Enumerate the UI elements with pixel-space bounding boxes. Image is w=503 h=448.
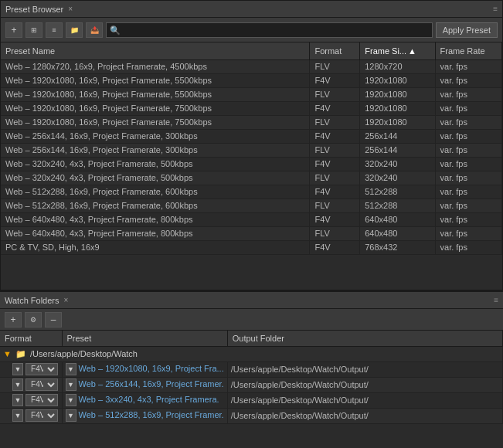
watch-folder-path: ▼ 📁 /Users/apple/Desktop/Watch — [0, 346, 503, 361]
preset-size-cell: 1920x1080 — [360, 87, 435, 101]
watch-preset-link[interactable]: Web – 256x144, 16x9, Project Framer. — [79, 379, 224, 389]
preset-size-cell: 1280x720 — [360, 59, 435, 73]
watch-format-cell: ▼ F4V — [0, 377, 62, 392]
preset-rate-cell: var. fps — [435, 199, 501, 212]
preset-name-cell: Web – 1280x720, 16x9, Project Framerate,… — [1, 59, 310, 73]
col-header-size[interactable]: Frame Si...▲ — [360, 42, 435, 59]
icon-btn-5[interactable]: 📤 — [86, 22, 103, 38]
preset-table: Preset Name Format Frame Si...▲ Frame Ra… — [1, 42, 502, 255]
panel-menu-icon[interactable]: ≡ — [493, 5, 498, 13]
preset-name-cell: PC & TV, SD, High, 16x9 — [1, 240, 310, 254]
col-header-watch-format[interactable]: Format — [0, 331, 62, 346]
format-select[interactable]: F4V — [25, 363, 58, 375]
watch-output-cell: /Users/apple/Desktop/Watch/Output/ — [227, 361, 502, 377]
preset-format-cell: FLV — [310, 226, 360, 240]
preset-table-row[interactable]: Web – 1920x1080, 16x9, Project Framerate… — [1, 115, 502, 129]
watch-table-container: Format Preset Output Folder ▼ 📁 /Users/a… — [0, 331, 503, 429]
preset-name-cell: Web – 320x240, 4x3, Project Framerate, 5… — [1, 171, 310, 185]
preset-table-row[interactable]: Web – 640x480, 4x3, Project Framerate, 8… — [1, 226, 502, 240]
preset-table-row[interactable]: PC & TV, SD, High, 16x9 F4V 768x432 var.… — [1, 240, 502, 254]
preset-table-row[interactable]: Web – 512x288, 16x9, Project Framerate, … — [1, 199, 502, 212]
watch-table-row[interactable]: ▼ 📁 /Users/apple/Desktop/Watch — [0, 346, 503, 361]
preset-rate-cell: var. fps — [435, 226, 501, 240]
format-select[interactable]: F4V — [25, 394, 58, 406]
icon-btn-4[interactable]: 📁 — [66, 22, 83, 38]
preset-dropdown-arrow[interactable]: ▼ — [66, 363, 76, 375]
folder-expand-icon[interactable]: ▼ — [3, 349, 12, 358]
watch-folders-header: Watch Folders × ≡ — [0, 292, 503, 309]
col-header-watch-output[interactable]: Output Folder — [227, 331, 502, 346]
preset-table-row[interactable]: Web – 1920x1080, 16x9, Project Framerate… — [1, 101, 502, 115]
preset-format-cell: F4V — [310, 185, 360, 199]
preset-table-row[interactable]: Web – 1280x720, 16x9, Project Framerate,… — [1, 59, 502, 73]
preset-table-row[interactable]: Web – 512x288, 16x9, Project Framerate, … — [1, 185, 502, 199]
preset-browser-title: Preset Browser — [5, 5, 63, 14]
preset-browser-close[interactable]: × — [68, 5, 73, 13]
col-header-rate[interactable]: Frame Rate — [435, 42, 501, 59]
preset-rate-cell: var. fps — [435, 73, 501, 87]
preset-dropdown-arrow[interactable]: ▼ — [66, 378, 76, 391]
preset-rate-cell: var. fps — [435, 171, 501, 185]
format-dropdown-arrow[interactable]: ▼ — [12, 394, 23, 406]
preset-name-cell: Web – 640x480, 4x3, Project Framerate, 8… — [1, 226, 310, 240]
apply-preset-button[interactable]: Apply Preset — [436, 22, 498, 38]
col-header-watch-preset[interactable]: Preset — [62, 331, 227, 346]
watch-preset-cell[interactable]: ▼ Web – 1920x1080, 16x9, Project Fra... — [62, 361, 227, 377]
preset-dropdown-arrow[interactable]: ▼ — [66, 409, 76, 422]
format-dropdown-arrow[interactable]: ▼ — [12, 363, 23, 375]
col-header-name[interactable]: Preset Name — [1, 42, 310, 59]
watch-folders-close[interactable]: × — [64, 296, 69, 304]
watch-preset-link[interactable]: Web – 3xx240, 4x3, Project Framera. — [79, 395, 219, 404]
watch-settings-button[interactable]: ⚙ — [25, 312, 42, 328]
col-header-format[interactable]: Format — [310, 42, 360, 59]
watch-table-row[interactable]: ▼ F4V ▼ Web – 256x144, 16x9, Project Fra… — [0, 377, 503, 392]
preset-rate-cell: var. fps — [435, 240, 501, 254]
format-dropdown-arrow[interactable]: ▼ — [12, 409, 23, 422]
icon-btn-2[interactable]: ⊞ — [25, 22, 42, 38]
add-watch-folder-button[interactable]: + — [5, 312, 22, 328]
icon-btn-3[interactable]: ≡ — [46, 22, 63, 38]
search-input[interactable] — [106, 22, 433, 38]
watch-output-cell: /Users/apple/Desktop/Watch/Output/ — [227, 392, 502, 408]
preset-table-row[interactable]: Web – 256x144, 16x9, Project Framerate, … — [1, 143, 502, 157]
format-select[interactable]: F4V — [25, 378, 58, 391]
watch-table-row[interactable]: ▼ F4V ▼ Web – 1920x1080, 16x9, Project F… — [0, 361, 503, 377]
watch-folders-title: Watch Folders — [5, 296, 59, 305]
preset-rate-cell: var. fps — [435, 157, 501, 171]
preset-rate-cell: var. fps — [435, 212, 501, 226]
preset-rate-cell: var. fps — [435, 101, 501, 115]
watch-preset-cell[interactable]: ▼ Web – 256x144, 16x9, Project Framer. — [62, 377, 227, 392]
add-preset-button[interactable]: + — [5, 22, 22, 38]
preset-size-cell: 1920x1080 — [360, 73, 435, 87]
remove-watch-folder-button[interactable]: – — [45, 312, 62, 328]
preset-table-row[interactable]: Web – 320x240, 4x3, Project Framerate, 5… — [1, 157, 502, 171]
preset-dropdown-arrow[interactable]: ▼ — [66, 394, 76, 406]
preset-format-cell: F4V — [310, 212, 360, 226]
preset-format-cell: FLV — [310, 87, 360, 101]
preset-size-cell: 1920x1080 — [360, 115, 435, 129]
preset-format-cell: F4V — [310, 129, 360, 143]
watch-preset-cell[interactable]: ▼ Web – 3xx240, 4x3, Project Framera. — [62, 392, 227, 408]
watch-preset-link[interactable]: Web – 1920x1080, 16x9, Project Fra... — [79, 364, 224, 373]
preset-table-row[interactable]: Web – 320x240, 4x3, Project Framerate, 5… — [1, 171, 502, 185]
preset-table-row[interactable]: Web – 256x144, 16x9, Project Framerate, … — [1, 129, 502, 143]
format-select[interactable]: F4V — [25, 409, 58, 422]
watch-panel-menu-icon[interactable]: ≡ — [494, 296, 498, 304]
preset-name-cell: Web – 512x288, 16x9, Project Framerate, … — [1, 199, 310, 212]
watch-format-cell: ▼ F4V — [0, 392, 62, 408]
folder-icon: 📁 — [15, 349, 26, 358]
preset-rate-cell: var. fps — [435, 115, 501, 129]
preset-size-cell: 320x240 — [360, 157, 435, 171]
preset-table-row[interactable]: Web – 1920x1080, 16x9, Project Framerate… — [1, 87, 502, 101]
watch-table-row[interactable]: ▼ F4V ▼ Web – 512x288, 16x9, Project Fra… — [0, 408, 503, 423]
preset-table-row[interactable]: Web – 1920x1080, 16x9, Project Framerate… — [1, 73, 502, 87]
watch-table-row[interactable]: ▼ F4V ▼ Web – 3xx240, 4x3, Project Frame… — [0, 392, 503, 408]
preset-format-cell: FLV — [310, 143, 360, 157]
watch-preset-cell[interactable]: ▼ Web – 512x288, 16x9, Project Framer. — [62, 408, 227, 423]
watch-preset-link[interactable]: Web – 512x288, 16x9, Project Framer. — [79, 410, 224, 419]
preset-name-cell: Web – 1920x1080, 16x9, Project Framerate… — [1, 73, 310, 87]
format-dropdown-arrow[interactable]: ▼ — [12, 378, 23, 391]
preset-name-cell: Web – 1920x1080, 16x9, Project Framerate… — [1, 87, 310, 101]
preset-name-cell: Web – 320x240, 4x3, Project Framerate, 5… — [1, 157, 310, 171]
preset-table-row[interactable]: Web – 640x480, 4x3, Project Framerate, 8… — [1, 212, 502, 226]
